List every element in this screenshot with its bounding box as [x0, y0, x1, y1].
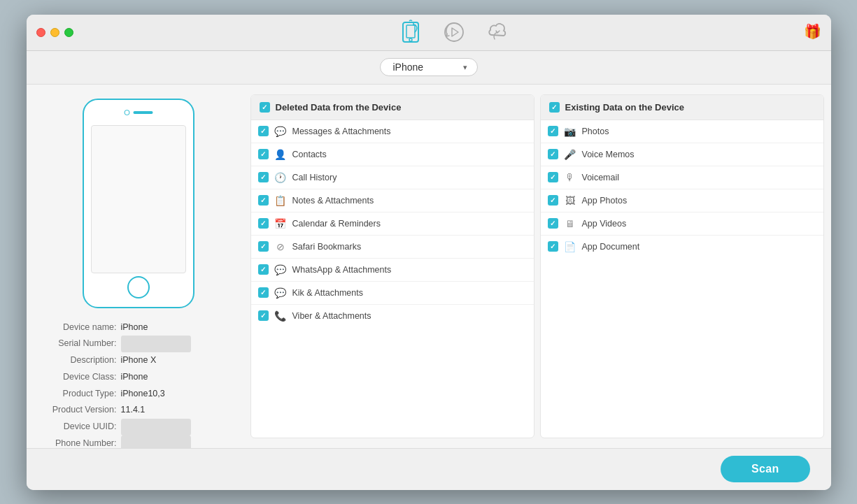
- safari-item: ⊘ Safari Bookmarks: [251, 236, 534, 259]
- kik-item: 💬 Kik & Attachments: [251, 282, 534, 305]
- categories-panel: Deleted Data from the Device 💬 Messages …: [250, 85, 831, 448]
- device-selector-label: iPhone: [393, 62, 424, 73]
- device-panel: Device name: iPhone Serial Number: Descr…: [27, 85, 250, 448]
- notes-icon: 📋: [274, 194, 287, 207]
- kik-icon: 💬: [274, 287, 287, 299]
- voicemail-checkbox[interactable]: [548, 172, 558, 182]
- itunes-recovery-tab[interactable]: [439, 17, 469, 48]
- svg-rect-1: [406, 25, 415, 38]
- kik-checkbox[interactable]: [258, 287, 269, 298]
- description-value: iPhone X: [121, 352, 157, 369]
- calendar-label: Calendar & Reminders: [292, 219, 381, 229]
- voice-memos-item: 🎤 Voice Memos: [541, 143, 823, 166]
- phone-camera: [124, 110, 129, 115]
- app-videos-icon: 🖥: [564, 217, 576, 230]
- photos-icon: 📷: [564, 125, 576, 138]
- app-photos-checkbox[interactable]: [548, 195, 558, 206]
- notes-label: Notes & Attachments: [292, 196, 374, 206]
- photos-checkbox[interactable]: [548, 126, 558, 136]
- voicemail-icon: 🎙: [564, 171, 576, 184]
- device-recovery-tab[interactable]: [395, 17, 426, 48]
- app-photos-label: App Photos: [582, 196, 628, 206]
- calendar-item: 📅 Calendar & Reminders: [251, 213, 534, 236]
- safari-checkbox[interactable]: [258, 241, 269, 252]
- product-type-value: iPhone10,3: [121, 386, 165, 403]
- phone-number-row: Phone Number:: [41, 435, 236, 448]
- phone-screen: [91, 125, 186, 273]
- device-name-value: iPhone: [121, 319, 148, 336]
- whatsapp-icon: 💬: [274, 264, 287, 276]
- minimize-button[interactable]: [50, 28, 59, 37]
- device-selector[interactable]: iPhone ▾: [380, 58, 478, 76]
- device-info: Device name: iPhone Serial Number: Descr…: [34, 319, 243, 448]
- footer: Scan: [27, 448, 831, 490]
- app-document-checkbox[interactable]: [548, 241, 558, 252]
- product-type-row: Product Type: iPhone10,3: [41, 386, 236, 403]
- photos-item: 📷 Photos: [541, 120, 823, 143]
- device-class-value: iPhone: [121, 369, 148, 386]
- maximize-button[interactable]: [64, 28, 73, 37]
- scan-button[interactable]: Scan: [721, 456, 809, 482]
- device-class-row: Device Class: iPhone: [41, 369, 236, 386]
- viber-label: Viber & Attachments: [292, 311, 371, 321]
- device-bar: iPhone ▾: [27, 51, 831, 85]
- whatsapp-label: WhatsApp & Attachments: [292, 265, 392, 275]
- gift-icon[interactable]: 🎁: [804, 23, 821, 40]
- icloud-recovery-tab[interactable]: [482, 17, 513, 48]
- kik-label: Kik & Attachments: [292, 288, 363, 298]
- device-uuid-row: Device UUID:: [41, 419, 236, 435]
- viber-checkbox[interactable]: [258, 310, 269, 321]
- voice-memos-checkbox[interactable]: [548, 149, 558, 159]
- chevron-down-icon: ▾: [463, 63, 467, 72]
- app-videos-checkbox[interactable]: [548, 218, 558, 229]
- titlebar: 🎁: [27, 15, 831, 51]
- calendar-icon: 📅: [274, 217, 287, 230]
- photos-label: Photos: [582, 127, 609, 136]
- messages-label: Messages & Attachments: [292, 127, 391, 136]
- message-icon: 💬: [274, 125, 287, 138]
- device-name-row: Device name: iPhone: [41, 319, 236, 336]
- phone-speaker-bar: [133, 111, 153, 114]
- product-version-row: Product Version: 11.4.1: [41, 402, 236, 419]
- notes-checkbox[interactable]: [258, 195, 269, 206]
- main-window: 🎁 iPhone ▾ Device name:: [27, 15, 831, 490]
- product-type-label: Product Type:: [41, 386, 121, 403]
- voice-memos-label: Voice Memos: [582, 150, 635, 159]
- existing-data-header: Existing Data on the Device: [541, 95, 823, 120]
- serial-number-value: [121, 336, 191, 352]
- serial-number-label: Serial Number:: [41, 336, 121, 352]
- call-history-label: Call History: [292, 173, 337, 182]
- calendar-checkbox[interactable]: [258, 218, 269, 229]
- phone-home-button: [127, 276, 150, 298]
- viber-item: 📞 Viber & Attachments: [251, 305, 534, 327]
- existing-data-header-label: Existing Data on the Device: [565, 102, 685, 113]
- existing-data-column: Existing Data on the Device 📷 Photos 🎤 V…: [540, 94, 824, 438]
- existing-data-header-checkbox[interactable]: [549, 102, 560, 113]
- device-uuid-value: [121, 419, 191, 435]
- contacts-item: 👤 Contacts: [251, 143, 534, 166]
- viber-icon: 📞: [274, 310, 287, 322]
- safari-icon: ⊘: [274, 240, 287, 253]
- close-button[interactable]: [36, 28, 45, 37]
- app-document-label: App Document: [582, 242, 640, 252]
- messages-item: 💬 Messages & Attachments: [251, 120, 534, 143]
- app-photos-icon: 🖼: [564, 194, 576, 207]
- safari-label: Safari Bookmarks: [292, 242, 362, 252]
- messages-checkbox[interactable]: [258, 126, 269, 136]
- phone-number-value: [121, 435, 191, 448]
- product-version-label: Product Version:: [41, 402, 121, 419]
- call-history-checkbox[interactable]: [258, 172, 269, 182]
- description-row: Description: iPhone X: [41, 352, 236, 369]
- voicemail-label: Voicemail: [582, 173, 620, 182]
- whatsapp-checkbox[interactable]: [258, 264, 269, 275]
- toolbar: [87, 17, 821, 48]
- deleted-data-header-checkbox[interactable]: [260, 102, 270, 113]
- whatsapp-item: 💬 WhatsApp & Attachments: [251, 259, 534, 282]
- contacts-checkbox[interactable]: [258, 149, 269, 159]
- main-content: Device name: iPhone Serial Number: Descr…: [27, 85, 831, 448]
- app-videos-item: 🖥 App Videos: [541, 213, 823, 236]
- phone-illustration: [83, 99, 194, 308]
- notes-item: 📋 Notes & Attachments: [251, 189, 534, 213]
- app-photos-item: 🖼 App Photos: [541, 189, 823, 213]
- app-videos-label: App Videos: [582, 219, 627, 229]
